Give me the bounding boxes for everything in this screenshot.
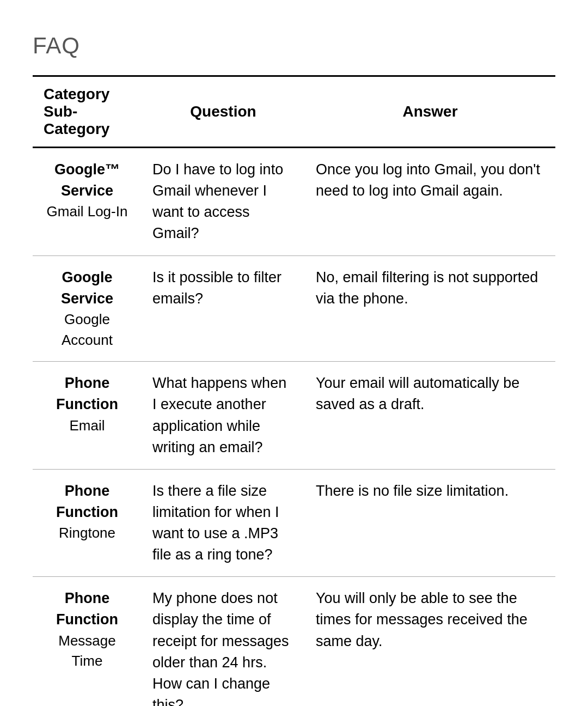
category-main: Google™ [44, 159, 131, 180]
table-row: Google™ServiceGmail Log-InDo I have to l… [33, 148, 555, 256]
category-main: Phone [44, 480, 131, 502]
category-sub: Email [44, 416, 131, 436]
category-sub: Message Time [44, 631, 131, 672]
answer-cell: You will only be able to see the times f… [305, 577, 555, 706]
category-main2: Function [44, 502, 131, 523]
category-cell: PhoneFunctionEmail [33, 362, 142, 470]
category-sub: Google Account [44, 309, 131, 350]
category-main: Google [44, 267, 131, 288]
category-main: Phone [44, 588, 131, 609]
header-question: Question [142, 76, 305, 148]
header-category: Category Sub-Category [33, 76, 142, 148]
answer-cell: Your email will automatically be saved a… [305, 362, 555, 470]
header-answer: Answer [305, 76, 555, 148]
category-sub: Ringtone [44, 523, 131, 544]
question-cell: What happens when I execute another appl… [142, 362, 305, 470]
category-main2: Function [44, 609, 131, 630]
answer-cell: No, email filtering is not supported via… [305, 255, 555, 362]
table-row: GoogleServiceGoogle AccountIs it possibl… [33, 255, 555, 362]
category-main: Phone [44, 373, 131, 394]
category-main2: Service [44, 180, 131, 202]
category-main2: Service [44, 288, 131, 309]
page-title: FAQ [33, 33, 555, 59]
question-cell: Is it possible to filter emails? [142, 255, 305, 362]
table-row: PhoneFunctionRingtoneIs there a file siz… [33, 469, 555, 577]
category-cell: Google™ServiceGmail Log-In [33, 148, 142, 256]
category-cell: GoogleServiceGoogle Account [33, 255, 142, 362]
category-cell: PhoneFunctionMessage Time [33, 577, 142, 706]
category-cell: PhoneFunctionRingtone [33, 469, 142, 577]
faq-table: Category Sub-Category Question Answer Go… [33, 75, 555, 706]
table-row: PhoneFunctionMessage TimeMy phone does n… [33, 577, 555, 706]
answer-cell: There is no file size limitation. [305, 469, 555, 577]
table-row: PhoneFunctionEmailWhat happens when I ex… [33, 362, 555, 470]
table-header-row: Category Sub-Category Question Answer [33, 76, 555, 148]
question-cell: My phone does not display the time of re… [142, 577, 305, 706]
category-sub: Gmail Log-In [44, 202, 131, 222]
answer-cell: Once you log into Gmail, you don't need … [305, 148, 555, 256]
question-cell: Is there a file size limitation for when… [142, 469, 305, 577]
question-cell: Do I have to log into Gmail whenever I w… [142, 148, 305, 256]
category-main2: Function [44, 394, 131, 415]
